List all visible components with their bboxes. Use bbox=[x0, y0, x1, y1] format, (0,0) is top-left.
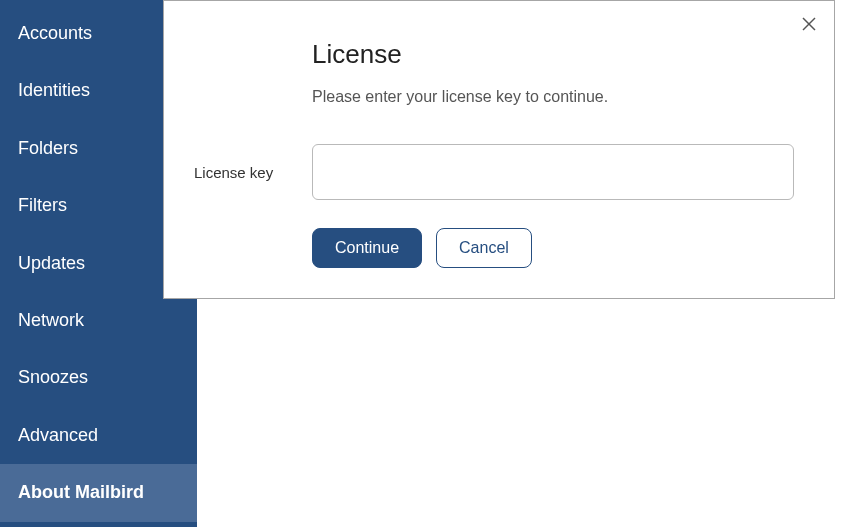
sidebar-item-advanced[interactable]: Advanced bbox=[0, 407, 197, 464]
cancel-button[interactable]: Cancel bbox=[436, 228, 532, 268]
sidebar-item-network[interactable]: Network bbox=[0, 292, 197, 349]
close-button[interactable] bbox=[798, 15, 820, 37]
close-icon bbox=[802, 17, 816, 35]
dialog-description: Please enter your license key to continu… bbox=[312, 88, 794, 106]
dialog-title: License bbox=[312, 39, 794, 70]
sidebar-item-snoozes[interactable]: Snoozes bbox=[0, 349, 197, 406]
continue-button[interactable]: Continue bbox=[312, 228, 422, 268]
license-key-row: License key bbox=[312, 144, 794, 200]
dialog-button-row: Continue Cancel bbox=[312, 228, 794, 268]
license-key-label: License key bbox=[194, 164, 312, 181]
license-key-input[interactable] bbox=[312, 144, 794, 200]
sidebar-item-about-mailbird[interactable]: About Mailbird bbox=[0, 464, 197, 521]
license-dialog: License Please enter your license key to… bbox=[163, 0, 835, 299]
